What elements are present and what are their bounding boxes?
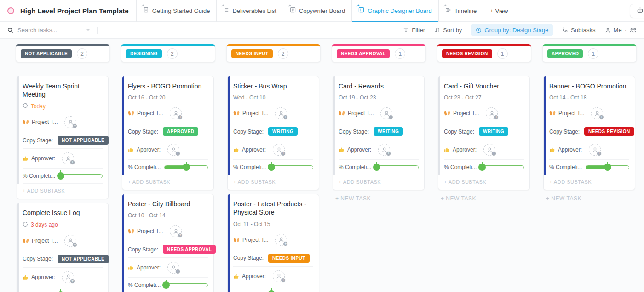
task-dates[interactable]: Oct 16 - Oct 20	[128, 94, 208, 101]
task-card[interactable]: Flyers - BOGO Promotion Oct 16 - Oct 20 …	[122, 76, 214, 190]
add-approver-button[interactable]	[378, 144, 390, 156]
add-subtask-button[interactable]: + ADD SUBTASK	[549, 175, 629, 190]
new-task-button[interactable]: + NEW TASK	[441, 195, 531, 202]
filter-button[interactable]: Filter	[403, 27, 425, 34]
field-percent-complete[interactable]: % Completi...	[128, 277, 208, 292]
add-assignee-button[interactable]	[380, 107, 392, 119]
subtasks-button[interactable]: Subtasks	[562, 27, 595, 34]
field-percent-complete[interactable]: % Completi...	[549, 159, 629, 175]
percent-complete-slider[interactable]	[375, 164, 419, 171]
field-copy-stage[interactable]: Copy Stage: NOT APPLICABLE	[23, 251, 103, 267]
task-dates[interactable]: Oct 14 - Oct 18	[549, 94, 629, 101]
percent-complete-slider[interactable]	[164, 281, 208, 289]
add-subtask-button[interactable]: + ADD SUBTASK	[233, 175, 313, 190]
copy-stage-badge[interactable]: NEEDS REVISION	[584, 127, 634, 136]
add-approver-button[interactable]	[167, 262, 179, 274]
task-card[interactable]: Weekly Team Sprint Meeting Today Project…	[17, 76, 109, 199]
new-task-button[interactable]: + NEW TASK	[546, 195, 637, 202]
add-assignee-button[interactable]	[486, 107, 498, 119]
field-project-team[interactable]: Project T...	[233, 104, 313, 123]
field-project-team[interactable]: Project T...	[444, 104, 524, 123]
field-percent-complete[interactable]: % Completi...	[444, 159, 524, 175]
percent-complete-slider[interactable]	[59, 172, 103, 180]
field-project-team[interactable]: Project T...	[23, 112, 103, 132]
field-percent-complete[interactable]: % Completi...	[339, 159, 419, 175]
tab-deliverables-list[interactable]: Deliverables List	[216, 0, 282, 22]
field-approver[interactable]: Approver:	[128, 257, 208, 277]
slider-thumb[interactable]	[183, 164, 190, 171]
copy-stage-badge[interactable]: NOT APPLICABLE	[58, 136, 109, 145]
field-copy-stage[interactable]: Copy Stage: NEEDS REVISION	[549, 123, 629, 140]
field-percent-complete[interactable]: % Completi...	[23, 168, 103, 183]
add-assignee-button[interactable]	[275, 107, 287, 119]
add-approver-button[interactable]	[62, 152, 74, 164]
column-header[interactable]: NEEDS APPROVAL 1	[332, 44, 426, 62]
ai-button[interactable]: A	[630, 4, 644, 18]
task-dates[interactable]: Wed - Oct 10	[233, 94, 313, 101]
field-approver[interactable]: Approver:	[23, 267, 103, 287]
task-title[interactable]: Weekly Team Sprint Meeting	[23, 82, 103, 99]
group-by-button[interactable]: Group by: Design Stage	[471, 24, 553, 36]
task-dates[interactable]: Today	[23, 103, 103, 110]
copy-stage-badge[interactable]: NOT APPLICABLE	[58, 255, 109, 263]
task-card[interactable]: Poster - Latest Products - Physical Stor…	[227, 194, 319, 292]
field-project-team[interactable]: Project T...	[128, 222, 208, 241]
field-copy-stage[interactable]: Copy Stage: APPROVED	[128, 123, 208, 140]
percent-complete-slider[interactable]	[586, 164, 629, 171]
copy-stage-badge[interactable]: WRITING	[268, 127, 298, 136]
field-copy-stage[interactable]: Copy Stage: WRITING	[444, 123, 524, 140]
field-approver[interactable]: Approver:	[549, 140, 629, 159]
add-assignee-button[interactable]	[170, 107, 182, 119]
field-project-team[interactable]: Project T...	[233, 230, 313, 250]
task-dates[interactable]: Oct 23 - Oct 27	[444, 94, 524, 101]
task-title[interactable]: Poster - Latest Products - Physical Stor…	[233, 200, 313, 216]
task-title[interactable]: Sticker - Bus Wrap	[233, 82, 313, 90]
task-title[interactable]: Flyers - BOGO Promotion	[128, 82, 208, 90]
task-card[interactable]: Card - Rewards Oct 19 - Oct 23 Project T…	[333, 76, 425, 190]
task-dates[interactable]: Oct 11 - Oct 15	[233, 221, 313, 228]
add-assignee-button[interactable]	[64, 235, 76, 247]
add-approver-button[interactable]	[273, 144, 285, 156]
add-assignee-button[interactable]	[170, 225, 182, 237]
task-title[interactable]: Poster - City Billboard	[128, 200, 208, 208]
slider-thumb[interactable]	[373, 164, 380, 171]
column-header[interactable]: APPROVED 1	[542, 44, 637, 62]
tab-copywriter-board[interactable]: Copywriter Board	[283, 0, 351, 22]
field-project-team[interactable]: Project T...	[339, 104, 419, 123]
slider-thumb[interactable]	[268, 290, 275, 292]
add-approver-button[interactable]	[167, 144, 179, 156]
field-approver[interactable]: Approver:	[444, 140, 524, 159]
add-approver-button[interactable]	[589, 144, 601, 156]
tab-graphic-designer-board[interactable]: Graphic Designer Board	[351, 0, 438, 22]
column-header[interactable]: NEEDS INPUT 2	[226, 44, 321, 62]
task-card[interactable]: Sticker - Bus Wrap Wed - Oct 10 Project …	[227, 76, 319, 190]
add-approver-button[interactable]	[483, 144, 495, 156]
add-assignee-button[interactable]	[275, 234, 287, 246]
add-approver-button[interactable]	[273, 270, 285, 282]
field-percent-complete[interactable]: % Completi...	[233, 286, 313, 292]
copy-stage-badge[interactable]: WRITING	[374, 127, 403, 136]
slider-thumb[interactable]	[57, 172, 64, 180]
add-view-button[interactable]: + View	[483, 7, 514, 14]
assignees-icon[interactable]	[629, 27, 637, 33]
task-card[interactable]: Complete Issue Log 3 days ago Project T.…	[17, 203, 109, 292]
sort-button[interactable]: Sort by	[434, 27, 462, 34]
task-card[interactable]: Poster - City Billboard Oct 10 - Oct 14 …	[122, 194, 214, 292]
add-subtask-button[interactable]: + ADD SUBTASK	[444, 175, 524, 190]
task-title[interactable]: Complete Issue Log	[23, 209, 103, 217]
copy-stage-badge[interactable]: APPROVED	[163, 127, 198, 136]
search-input[interactable]: Search tasks...	[7, 27, 98, 34]
task-title[interactable]: Banner - BOGO Promotion	[549, 82, 629, 90]
add-assignee-button[interactable]	[591, 107, 603, 119]
task-dates[interactable]: Oct 19 - Oct 23	[339, 94, 419, 101]
field-copy-stage[interactable]: Copy Stage: WRITING	[233, 123, 313, 140]
field-copy-stage[interactable]: Copy Stage: NEEDS APPROVAL	[128, 241, 208, 257]
field-approver[interactable]: Approver:	[233, 266, 313, 286]
slider-thumb[interactable]	[604, 164, 611, 171]
task-card[interactable]: Card - Gift Voucher Oct 23 - Oct 27 Proj…	[438, 76, 530, 190]
task-title[interactable]: Card - Gift Voucher	[444, 82, 524, 90]
copy-stage-badge[interactable]: NEEDS APPROVAL	[163, 245, 216, 254]
task-card[interactable]: Banner - BOGO Promotion Oct 14 - Oct 18 …	[543, 76, 635, 190]
field-copy-stage[interactable]: Copy Stage: NEEDS INPUT	[233, 250, 313, 266]
task-dates[interactable]: Oct 10 - Oct 14	[128, 212, 208, 219]
